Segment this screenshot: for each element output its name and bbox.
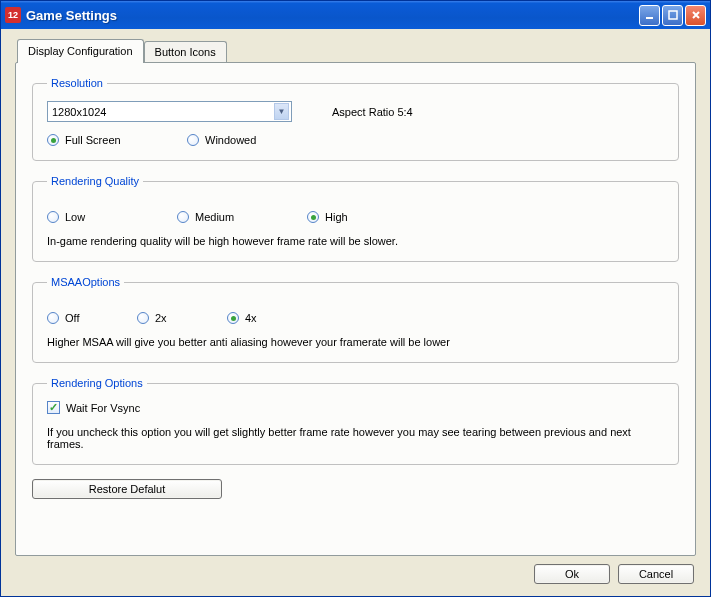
radio-quality-high[interactable]: High <box>307 211 348 223</box>
radio-dot-icon <box>307 211 319 223</box>
checkmark-icon: ✓ <box>47 401 60 414</box>
radio-quality-low[interactable]: Low <box>47 211 177 223</box>
radio-quality-low-label: Low <box>65 211 85 223</box>
resolution-legend: Resolution <box>47 77 107 89</box>
window-controls <box>639 5 706 26</box>
radio-msaa-2x[interactable]: 2x <box>137 312 227 324</box>
resolution-group: Resolution 1280x1024 ▼ Aspect Ratio 5:4 … <box>32 77 679 161</box>
titlebar: 12 Game Settings <box>1 1 710 29</box>
game-settings-window: 12 Game Settings Display Configuration B… <box>0 0 711 597</box>
radio-dot-icon <box>177 211 189 223</box>
close-button[interactable] <box>685 5 706 26</box>
radio-windowed[interactable]: Windowed <box>187 134 317 146</box>
msaa-legend: MSAAOptions <box>47 276 124 288</box>
chevron-down-icon: ▼ <box>274 103 289 120</box>
dialog-footer: Ok Cancel <box>15 556 696 584</box>
resolution-dropdown-value: 1280x1024 <box>52 106 106 118</box>
msaa-group: MSAAOptions Off 2x 4x Higher MSAA <box>32 276 679 363</box>
rendering-options-legend: Rendering Options <box>47 377 147 389</box>
msaa-description: Higher MSAA will give you better anti al… <box>47 336 664 348</box>
radio-quality-medium[interactable]: Medium <box>177 211 307 223</box>
radio-msaa-off-label: Off <box>65 312 79 324</box>
radio-dot-icon <box>187 134 199 146</box>
client-area: Display Configuration Button Icons Resol… <box>1 29 710 596</box>
aspect-ratio-label: Aspect Ratio 5:4 <box>332 106 413 118</box>
radio-dot-icon <box>227 312 239 324</box>
radio-dot-icon <box>47 211 59 223</box>
tab-button-icons[interactable]: Button Icons <box>144 41 227 62</box>
rendering-options-description: If you uncheck this option you will get … <box>47 426 664 450</box>
resolution-dropdown[interactable]: 1280x1024 ▼ <box>47 101 292 122</box>
radio-msaa-4x[interactable]: 4x <box>227 312 317 324</box>
radio-dot-icon <box>137 312 149 324</box>
radio-windowed-label: Windowed <box>205 134 256 146</box>
window-title: Game Settings <box>26 8 639 23</box>
radio-dot-icon <box>47 312 59 324</box>
radio-msaa-2x-label: 2x <box>155 312 167 324</box>
app-icon: 12 <box>5 7 21 23</box>
restore-default-button[interactable]: Restore Defalut <box>32 479 222 499</box>
tab-display-configuration[interactable]: Display Configuration <box>17 39 144 63</box>
radio-quality-high-label: High <box>325 211 348 223</box>
rendering-quality-group: Rendering Quality Low Medium High <box>32 175 679 262</box>
checkbox-wait-vsync[interactable]: ✓ Wait For Vsync <box>47 401 140 414</box>
svg-rect-0 <box>646 17 653 19</box>
minimize-button[interactable] <box>639 5 660 26</box>
radio-dot-icon <box>47 134 59 146</box>
radio-quality-medium-label: Medium <box>195 211 234 223</box>
rendering-quality-legend: Rendering Quality <box>47 175 143 187</box>
cancel-button[interactable]: Cancel <box>618 564 694 584</box>
checkbox-wait-vsync-label: Wait For Vsync <box>66 402 140 414</box>
tab-page-display-configuration: Resolution 1280x1024 ▼ Aspect Ratio 5:4 … <box>15 62 696 556</box>
rendering-quality-description: In-game rendering quality will be high h… <box>47 235 664 247</box>
rendering-options-group: Rendering Options ✓ Wait For Vsync If yo… <box>32 377 679 465</box>
tab-strip: Display Configuration Button Icons <box>17 39 696 62</box>
radio-msaa-4x-label: 4x <box>245 312 257 324</box>
radio-full-screen-label: Full Screen <box>65 134 121 146</box>
radio-full-screen[interactable]: Full Screen <box>47 134 187 146</box>
svg-rect-1 <box>669 11 677 19</box>
ok-button[interactable]: Ok <box>534 564 610 584</box>
radio-msaa-off[interactable]: Off <box>47 312 137 324</box>
maximize-button[interactable] <box>662 5 683 26</box>
